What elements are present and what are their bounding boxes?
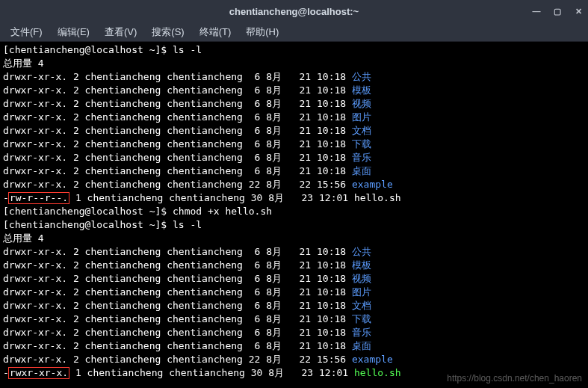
file-name: 图片 [352,111,371,123]
file-name: hello.sh [354,192,401,203]
terminal-line: drwxr-xr-x. 2 chentiancheng chentianchen… [3,286,585,299]
file-name: example [352,354,393,365]
terminal-line: -rwxr-xr-x. 1 chentiancheng chentianchen… [3,366,585,380]
file-name: 模板 [352,84,371,96]
menu-view[interactable]: 查看(V) [99,24,143,40]
terminal-line: drwxr-xr-x. 2 chentiancheng chentianchen… [3,312,585,326]
terminal-line: drwxr-xr-x. 2 chentiancheng chentianchen… [3,124,585,138]
terminal-line: drwxr-xr-x. 2 chentiancheng chentianchen… [3,84,585,97]
window-title: chentiancheng@localhost:~ [229,6,359,17]
file-name: 视频 [352,98,371,109]
file-name: 下载 [352,138,371,150]
terminal-line: drwxr-xr-x. 2 chentiancheng chentianchen… [3,138,585,151]
menu-file[interactable]: 文件(F) [4,24,49,40]
file-name: 文档 [352,125,371,136]
file-name: 桌面 [352,340,371,351]
maximize-button[interactable]: ▢ [552,6,563,16]
terminal-line: drwxr-xr-x. 2 chentiancheng chentianchen… [3,259,585,272]
menu-terminal[interactable]: 终端(T) [194,24,238,40]
file-name: hello.sh [354,367,401,378]
file-name: 公共 [352,71,371,82]
file-name: example [352,179,393,190]
file-name: 图片 [352,286,371,298]
menu-search[interactable]: 搜索(S) [146,24,190,40]
terminal-line: drwxr-xr-x. 2 chentiancheng chentianchen… [3,326,585,339]
menu-edit[interactable]: 编辑(E) [52,24,96,40]
file-name: 公共 [352,246,371,257]
terminal-line: [chentiancheng@localhost ~]$ chmod +x he… [3,205,585,218]
minimize-button[interactable]: — [531,6,542,16]
perm-highlight: rw-r--r--. [8,192,69,204]
perm-highlight: rwxr-xr-x. [8,367,69,379]
terminal-line: drwxr-xr-x. 2 chentiancheng chentianchen… [3,164,585,178]
file-name: 音乐 [352,327,371,338]
terminal-line: drwxr-xr-x. 2 chentiancheng chentianchen… [3,353,585,366]
terminal-line: [chentiancheng@localhost ~]$ ls -l [3,218,585,232]
terminal-line: 总用量 4 [3,232,585,245]
menubar: 文件(F) 编辑(E) 查看(V) 搜索(S) 终端(T) 帮助(H) [0,22,588,42]
file-name: 桌面 [352,165,371,176]
terminal-line: -rw-r--r--. 1 chentiancheng chentianchen… [3,191,585,205]
terminal-line: drwxr-xr-x. 2 chentiancheng chentianchen… [3,245,585,259]
terminal-area[interactable]: [chentiancheng@localhost ~]$ ls -l总用量 4d… [0,42,588,380]
terminal-line: [chentiancheng@localhost ~]$ ls -l [3,43,585,57]
file-name: 模板 [352,259,371,271]
terminal-line: drwxr-xr-x. 2 chentiancheng chentianchen… [3,97,585,111]
file-name: 视频 [352,273,371,284]
terminal-line: 总用量 4 [3,57,585,70]
file-name: 音乐 [352,152,371,163]
file-name: 文档 [352,300,371,311]
terminal-line: drwxr-xr-x. 2 chentiancheng chentianchen… [3,151,585,164]
terminal-line: drwxr-xr-x. 2 chentiancheng chentianchen… [3,111,585,124]
close-button[interactable]: ✕ [573,6,584,16]
terminal-line: drwxr-xr-x. 2 chentiancheng chentianchen… [3,299,585,312]
window-controls: — ▢ ✕ [531,0,584,22]
terminal-line: drwxr-xr-x. 2 chentiancheng chentianchen… [3,272,585,286]
terminal-line: drwxr-xr-x. 2 chentiancheng chentianchen… [3,70,585,84]
menu-help[interactable]: 帮助(H) [240,24,285,40]
file-name: 下载 [352,313,371,324]
terminal-line: drwxr-xr-x. 2 chentiancheng chentianchen… [3,178,585,191]
terminal-line: drwxr-xr-x. 2 chentiancheng chentianchen… [3,339,585,353]
titlebar: chentiancheng@localhost:~ — ▢ ✕ [0,0,588,22]
